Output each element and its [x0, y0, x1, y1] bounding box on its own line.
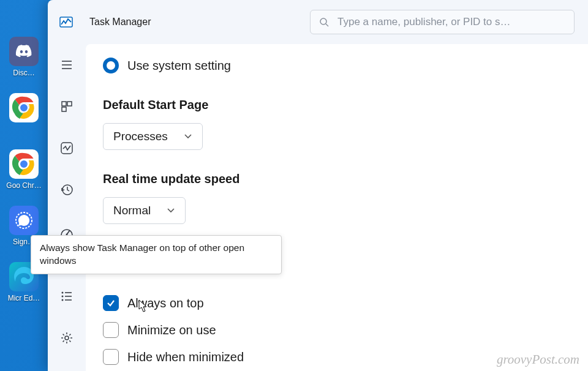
history-icon — [60, 183, 74, 197]
mouse-cursor-icon — [138, 299, 149, 313]
sidebar — [48, 44, 86, 371]
desktop-icon-label: Micr Ed… — [5, 294, 43, 302]
checkbox-checked[interactable] — [103, 295, 119, 311]
start-page-dropdown[interactable]: Processes — [103, 123, 203, 150]
sidebar-processes[interactable] — [52, 92, 81, 121]
chevron-down-icon — [167, 208, 175, 214]
search-box[interactable] — [310, 10, 575, 34]
desktop-icon-discord[interactable]: Disc… — [5, 37, 43, 86]
desktop-icon-label: Goo Chr… — [5, 181, 43, 190]
checkbox-unchecked[interactable] — [103, 349, 119, 365]
signal-icon — [9, 206, 39, 235]
gear-icon — [60, 331, 74, 345]
tooltip: Always show Task Manager on top of other… — [31, 235, 282, 274]
app-icon — [58, 13, 75, 31]
sidebar-app-history[interactable] — [52, 175, 81, 204]
chevron-down-icon — [184, 133, 192, 140]
watermark: groovyPost.com — [497, 352, 579, 367]
svg-line-10 — [326, 24, 328, 26]
svg-point-27 — [65, 336, 69, 340]
checkbox-label: Minimize on use — [127, 323, 216, 337]
performance-icon — [60, 141, 74, 155]
sidebar-details[interactable] — [52, 282, 81, 311]
settings-panel: Use system setting Default Start Page Pr… — [86, 44, 588, 371]
update-speed-heading: Real time update speed — [103, 172, 571, 186]
checkbox-unchecked[interactable] — [103, 322, 119, 338]
app-title: Task Manager — [89, 17, 151, 28]
radio-label: Use system setting — [127, 59, 231, 73]
svg-rect-14 — [62, 102, 66, 106]
discord-icon — [9, 37, 39, 66]
checkbox-label: Hide when minimized — [127, 350, 244, 364]
task-manager-window: Task Manager — [48, 0, 588, 371]
list-icon — [61, 291, 73, 302]
search-input[interactable] — [337, 16, 565, 28]
grid-icon — [61, 100, 73, 113]
update-speed-dropdown[interactable]: Normal — [103, 197, 186, 224]
desktop: Disc… Goo Chr… Sign… Micr Ed… — [0, 0, 48, 371]
check-icon — [106, 298, 116, 308]
chrome-icon — [9, 93, 39, 122]
sidebar-performance[interactable] — [52, 133, 81, 163]
search-icon — [319, 17, 329, 27]
hamburger-icon — [61, 59, 73, 71]
desktop-icon-label: Disc… — [5, 69, 43, 77]
dropdown-value: Normal — [113, 204, 151, 217]
desktop-icon-google-chrome[interactable]: Goo Chr… — [5, 149, 43, 198]
svg-rect-16 — [62, 107, 66, 111]
chrome-icon — [9, 149, 39, 179]
svg-point-23 — [62, 296, 64, 298]
radio-selected-icon — [103, 58, 119, 73]
desktop-icon-chrome[interactable] — [5, 93, 43, 142]
dropdown-value: Processes — [113, 130, 168, 143]
sidebar-hamburger[interactable] — [52, 50, 81, 80]
svg-point-25 — [62, 299, 64, 301]
always-on-top-row[interactable]: Always on top — [103, 295, 571, 311]
svg-point-21 — [62, 292, 64, 294]
theme-radio-row[interactable]: Use system setting — [103, 58, 571, 73]
minimize-on-use-row[interactable]: Minimize on use — [103, 322, 571, 338]
svg-point-9 — [320, 18, 326, 24]
start-page-heading: Default Start Page — [103, 98, 571, 112]
titlebar: Task Manager — [48, 0, 588, 44]
sidebar-settings[interactable] — [52, 323, 81, 353]
svg-rect-15 — [67, 102, 72, 106]
